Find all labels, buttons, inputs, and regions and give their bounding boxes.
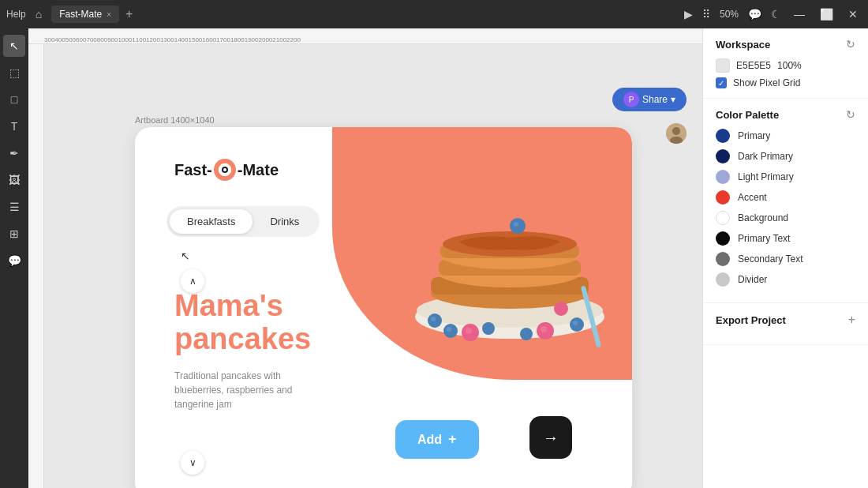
dark-mode-icon[interactable]: ☾ (771, 8, 781, 21)
ruler-tick: 700 (86, 36, 96, 43)
export-title: Export Project (716, 314, 786, 326)
ruler-tick: 1800 (230, 36, 245, 43)
canvas-area[interactable]: 300 400 500 600 700 800 900 1000 1100 12… (28, 28, 702, 488)
divider-color-swatch[interactable] (716, 272, 730, 287)
color-palette-refresh-icon[interactable]: ↻ (846, 108, 855, 121)
add-label: Add (417, 433, 442, 447)
color-item-dark-primary: Dark Primary (716, 149, 855, 163)
pen-tool[interactable]: ✒ (3, 142, 25, 164)
ruler-tick: 1100 (132, 36, 146, 43)
workspace-color-swatch[interactable] (716, 58, 730, 73)
svg-point-25 (466, 328, 472, 334)
image-tool[interactable]: 🖼 (3, 169, 25, 191)
zoom-level[interactable]: 50% (720, 9, 739, 20)
frame-tool[interactable]: ⬚ (3, 62, 25, 84)
color-palette-header: Color Palette ↻ (716, 108, 855, 121)
shape-tool[interactable]: □ (3, 88, 25, 111)
primary-text-color-swatch[interactable] (716, 231, 730, 246)
add-tab-button[interactable]: + (125, 7, 133, 21)
ruler-tick: 400 (54, 36, 65, 43)
tab-label: Fast-Mate (59, 9, 102, 20)
tab-drinks[interactable]: Drinks (253, 209, 316, 234)
primary-color-swatch[interactable] (716, 129, 730, 143)
logo-icon (214, 159, 236, 181)
svg-point-30 (520, 328, 533, 340)
comment-tool[interactable]: 💬 (3, 250, 25, 272)
color-palette-section: Color Palette ↻ Primary Dark Primary Lig… (703, 99, 868, 303)
main-row: ↖ ⬚ □ T ✒ 🖼 ☰ ⊞ 💬 300 400 500 600 700 80… (0, 28, 868, 488)
svg-point-19 (431, 317, 436, 321)
dark-primary-color-label: Dark Primary (738, 151, 793, 162)
maximize-button[interactable]: ⬜ (817, 8, 835, 21)
workspace-title: Workspace (716, 39, 770, 51)
pixel-grid-row: ✓ Show Pixel Grid (716, 77, 855, 88)
divider-color-label: Divider (738, 274, 767, 285)
export-header: Export Project + (716, 313, 855, 327)
add-button[interactable]: Add + (395, 420, 479, 459)
food-title-line2: pancakes (174, 323, 311, 356)
dark-primary-color-swatch[interactable] (716, 149, 730, 163)
color-item-primary-text: Primary Text (716, 231, 855, 246)
primary-color-label: Primary (738, 130, 770, 141)
ruler-tick: 1300 (160, 36, 174, 43)
background-color-swatch[interactable] (716, 211, 730, 225)
ruler-tick: 1700 (216, 36, 230, 43)
primary-text-color-label: Primary Text (738, 233, 790, 244)
svg-point-28 (554, 302, 568, 316)
pancake-image (387, 135, 624, 356)
share-button[interactable]: P Share ▾ (612, 88, 687, 111)
artboard-inner: Fast- -Mate Breakfasts Drinks ↖ ∧ (135, 127, 632, 488)
pixel-grid-checkbox[interactable]: ✓ (716, 77, 727, 88)
food-title-line1: Mama's (174, 290, 311, 323)
help-menu[interactable]: Help (6, 9, 26, 20)
text-tool[interactable]: T (3, 115, 25, 137)
checkbox-check-icon: ✓ (718, 79, 724, 88)
nav-down-button[interactable]: ∨ (181, 451, 204, 475)
ruler-tick: 500 (65, 36, 76, 43)
svg-point-1 (672, 127, 680, 135)
brand-logo: Fast- -Mate (174, 159, 279, 181)
ruler-marks: 300 400 500 600 700 800 900 1000 1100 12… (28, 36, 702, 43)
left-toolbar: ↖ ⬚ □ T ✒ 🖼 ☰ ⊞ 💬 (0, 28, 28, 488)
grid-icon[interactable]: ⠿ (702, 8, 710, 21)
close-button[interactable]: ✕ (844, 8, 862, 21)
select-tool[interactable]: ↖ (3, 35, 25, 57)
svg-point-23 (573, 321, 578, 325)
comment-icon[interactable]: 💬 (748, 8, 761, 21)
ruler-tick: 300 (44, 36, 54, 43)
svg-point-29 (482, 322, 495, 335)
accent-color-swatch[interactable] (716, 190, 730, 205)
minimize-button[interactable]: — (791, 8, 808, 21)
ruler-tick: 800 (97, 36, 107, 43)
light-primary-color-swatch[interactable] (716, 170, 730, 184)
collaborator-avatar (666, 123, 687, 144)
component-tool[interactable]: ☰ (3, 196, 25, 218)
color-item-primary: Primary (716, 129, 855, 143)
share-chevron: ▾ (671, 94, 675, 105)
topbar: Help ⌂ Fast-Mate × + ▶ ⠿ 50% 💬 ☾ — ⬜ ✕ (0, 0, 868, 28)
canvas-content: Artboard 1400×1040 P Share ▾ Fast- (44, 44, 702, 488)
ruler-tick: 2000 (258, 36, 272, 43)
ruler-top: 300 400 500 600 700 800 900 1000 1100 12… (28, 28, 702, 44)
svg-point-27 (541, 326, 547, 332)
ruler-tick: 1600 (202, 36, 216, 43)
ruler-tick: 1400 (174, 36, 189, 43)
workspace-refresh-icon[interactable]: ↻ (846, 38, 855, 51)
next-button[interactable]: → (529, 416, 572, 459)
svg-point-5 (223, 168, 226, 171)
tab-close-icon[interactable]: × (107, 10, 111, 19)
secondary-text-color-swatch[interactable] (716, 252, 730, 266)
active-tab[interactable]: Fast-Mate × (51, 6, 119, 23)
grid-tool[interactable]: ⊞ (3, 223, 25, 245)
ruler-tick: 2200 (286, 36, 301, 43)
export-plus-icon[interactable]: + (848, 313, 855, 327)
tab-breakfasts[interactable]: Breakfasts (170, 209, 253, 234)
ruler-tick: 1500 (189, 36, 203, 43)
background-color-label: Background (738, 212, 788, 223)
run-icon[interactable]: ▶ (684, 8, 693, 21)
workspace-opacity: 100% (777, 60, 802, 71)
svg-point-21 (447, 327, 451, 332)
share-avatar: P (623, 92, 639, 107)
home-icon[interactable]: ⌂ (36, 8, 42, 21)
ruler-tick: 2100 (272, 36, 286, 43)
